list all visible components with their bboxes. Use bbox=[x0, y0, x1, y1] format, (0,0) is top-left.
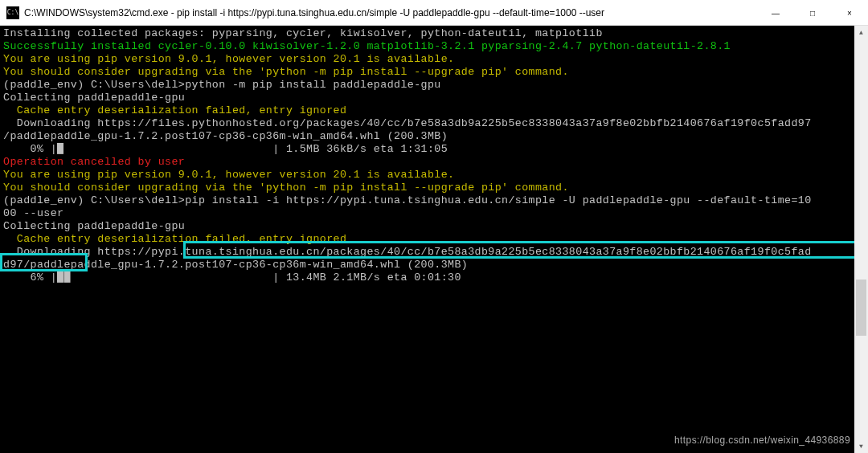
pip-warning: You should consider upgrading via the 'p… bbox=[3, 182, 865, 194]
download-line: Downloading https://pypi.tuna.tsinghua.e… bbox=[3, 246, 865, 259]
close-button[interactable]: × bbox=[831, 0, 868, 26]
maximize-button[interactable]: □ bbox=[794, 0, 831, 26]
titlebar[interactable]: C:\ C:\WINDOWS\system32\cmd.exe - pip in… bbox=[0, 0, 868, 26]
prompt-line: (paddle_env) C:\Users\dell>python -m pip… bbox=[3, 79, 865, 92]
scroll-up-icon[interactable]: ▲ bbox=[854, 26, 868, 39]
scroll-down-icon[interactable]: ▼ bbox=[854, 439, 868, 453]
error-line: Operation cancelled by user bbox=[3, 156, 865, 169]
window-controls: — □ × bbox=[757, 0, 868, 25]
pip-warning: You are using pip version 9.0.1, however… bbox=[3, 53, 865, 66]
output-line: Installing collected packages: pyparsing… bbox=[3, 27, 865, 40]
cmd-icon: C:\ bbox=[6, 6, 19, 19]
download-line: Downloading https://files.pythonhosted.o… bbox=[3, 117, 865, 130]
download-line: /paddlepaddle_gpu-1.7.2.post107-cp36-cp3… bbox=[3, 130, 865, 143]
pip-warning: You are using pip version 9.0.1, however… bbox=[3, 169, 865, 182]
window-title: C:\WINDOWS\system32\cmd.exe - pip instal… bbox=[24, 7, 757, 18]
prompt-line: (paddle_env) C:\Users\dell>pip install -… bbox=[3, 194, 865, 207]
cache-warning: Cache entry deserialization failed, entr… bbox=[3, 104, 865, 117]
output-line: Collecting paddlepaddle-gpu bbox=[3, 92, 865, 104]
download-line: d97/paddlepaddle_gpu-1.7.2.post107-cp36-… bbox=[3, 259, 865, 271]
scrollbar-thumb[interactable] bbox=[856, 280, 866, 336]
pip-warning: You should consider upgrading via the 'p… bbox=[3, 66, 865, 79]
minimize-button[interactable]: — bbox=[757, 0, 794, 26]
cmd-window: C:\ C:\WINDOWS\system32\cmd.exe - pip in… bbox=[0, 0, 868, 453]
progress-line: 6% |██ | 13.4MB 2.1MB/s eta 0:01:30 bbox=[3, 271, 865, 284]
watermark-text: https://blog.csdn.net/weixin_44936889 bbox=[674, 434, 850, 447]
output-line: Collecting paddlepaddle-gpu bbox=[3, 220, 865, 233]
progress-line: 0% |█ | 1.5MB 36kB/s eta 1:31:05 bbox=[3, 143, 865, 156]
prompt-line: 00 --user bbox=[3, 207, 865, 220]
scrollbar-track[interactable] bbox=[854, 39, 868, 439]
cache-warning: Cache entry deserialization failed, entr… bbox=[3, 233, 865, 246]
vertical-scrollbar[interactable]: ▲ ▼ bbox=[854, 26, 868, 453]
terminal-output[interactable]: Installing collected packages: pyparsing… bbox=[0, 26, 868, 453]
output-line: Successfully installed cycler-0.10.0 kiw… bbox=[3, 40, 865, 53]
